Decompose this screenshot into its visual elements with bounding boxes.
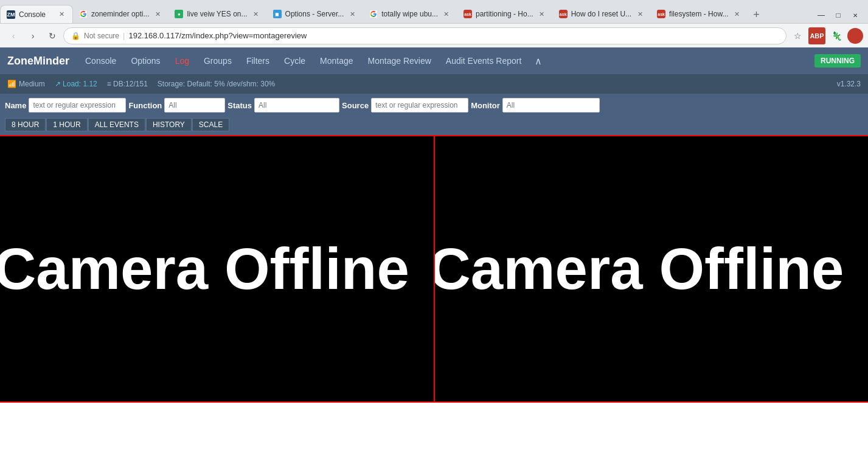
tab-label-options-server: Options - Server... <box>285 10 344 18</box>
nav-options[interactable]: Options <box>125 52 166 69</box>
tab-favicon-options-server: ◼ <box>273 10 282 18</box>
camera-panel-1: Camera Offline <box>0 136 435 401</box>
minimize-button[interactable]: — <box>813 10 829 21</box>
reload-button[interactable]: ↻ <box>44 27 61 44</box>
tab-label-how-reset: How do I reset U... <box>571 10 631 18</box>
filter-monitor-label: Monitor <box>471 101 500 110</box>
tab-label-totally-wipe: totally wipe ubu... <box>381 10 438 18</box>
tab-zm[interactable]: ZM Console ✕ <box>0 5 73 23</box>
time-btn-scale[interactable]: SCALE <box>192 118 229 131</box>
tab-bar: ZM Console ✕ zoneminder opti... ✕ ● live… <box>0 0 868 23</box>
tab-favicon-partitioning: ask <box>464 10 472 18</box>
zm-filter-bar: Name Function Status Source Monitor <box>0 94 868 117</box>
extensions-button[interactable]: 🦎 <box>828 27 845 44</box>
nav-audit-events[interactable]: Audit Events Report <box>440 52 528 69</box>
filter-status-input[interactable] <box>254 98 339 113</box>
tab-totally-wipe[interactable]: totally wipe ubu... ✕ <box>363 5 457 23</box>
nav-console[interactable]: Console <box>79 52 122 69</box>
storage-indicator: Storage: Default: 5% /dev/shm: 30% <box>158 80 275 88</box>
address-bar-row: ‹ › ↻ 🔒 Not secure | 192.168.0.117/zm/in… <box>0 23 868 47</box>
filter-name-input[interactable] <box>29 98 126 113</box>
zm-status-bar: 📶 Medium ↗ Load: 1.12 ≡ DB:12/151 Storag… <box>0 74 868 94</box>
nav-filters[interactable]: Filters <box>240 52 276 69</box>
tab-favicon-totally-wipe <box>369 10 378 18</box>
tab-favicon-filesystem: ask <box>657 10 665 18</box>
db-indicator: ≡ DB:12/151 <box>107 80 148 88</box>
tab-label-partitioning: partitioning - Ho... <box>476 10 533 18</box>
tab-label-g-options: zoneminder opti... <box>91 10 149 18</box>
nav-montage[interactable]: Montage <box>314 52 359 69</box>
new-tab-button[interactable]: + <box>748 6 765 23</box>
nav-log[interactable]: Log <box>169 52 195 69</box>
tab-favicon-zm: ZM <box>7 10 15 19</box>
tab-close-filesystem[interactable]: ✕ <box>732 9 741 19</box>
nav-more-button[interactable]: ∧ <box>530 53 547 69</box>
camera-panel-2: Camera Offline <box>435 136 869 401</box>
bandwidth-label: Medium <box>19 80 45 88</box>
zm-nav: ZoneMinder Console Options Log Groups Fi… <box>0 47 868 74</box>
zm-version: v1.32.3 <box>837 80 861 88</box>
tab-close-zm[interactable]: ✕ <box>57 10 66 19</box>
time-btn-all-events[interactable]: ALL EVENTS <box>88 118 145 131</box>
tab-filesystem[interactable]: ask filesystem - How... ✕ <box>651 5 748 23</box>
window-controls: — □ ✕ <box>813 10 868 23</box>
load-indicator: ↗ Load: 1.12 <box>55 80 97 88</box>
adblock-button[interactable]: ABP <box>808 27 825 44</box>
nav-montage-review[interactable]: Montage Review <box>362 52 437 69</box>
tab-label-filesystem: filesystem - How... <box>669 10 728 18</box>
tab-partitioning[interactable]: ask partitioning - Ho... ✕ <box>457 5 553 23</box>
time-btn-8hour[interactable]: 8 HOUR <box>5 118 46 131</box>
nav-cycle[interactable]: Cycle <box>278 52 311 69</box>
address-bar[interactable]: 🔒 Not secure | 192.168.0.117/zm/index.ph… <box>63 27 786 44</box>
forward-button[interactable]: › <box>24 27 41 44</box>
tab-label-live: live veiw YES on... <box>187 10 247 18</box>
filter-monitor-input[interactable] <box>502 98 600 113</box>
tab-close-partitioning[interactable]: ✕ <box>537 9 547 19</box>
tab-close-totally-wipe[interactable]: ✕ <box>442 9 451 19</box>
filter-status-label: Status <box>227 101 252 110</box>
load-label: Load: 1.12 <box>63 80 97 88</box>
tab-close-how-reset[interactable]: ✕ <box>635 9 645 19</box>
address-separator: | <box>123 31 125 40</box>
filter-source-input[interactable] <box>371 98 468 113</box>
filter-function-input[interactable] <box>164 98 225 113</box>
filter-name-label: Name <box>5 101 26 110</box>
browser-chrome: ZM Console ✕ zoneminder opti... ✕ ● live… <box>0 0 868 47</box>
back-button[interactable]: ‹ <box>5 27 22 44</box>
db-label: DB:12/151 <box>113 80 148 88</box>
zoneminder-app: ZoneMinder Console Options Log Groups Fi… <box>0 47 868 403</box>
tab-close-g-options[interactable]: ✕ <box>153 9 162 19</box>
filter-function-label: Function <box>128 101 162 110</box>
tab-favicon-how-reset: ask <box>559 10 568 18</box>
tab-close-live[interactable]: ✕ <box>251 9 261 19</box>
profile-avatar[interactable] <box>847 28 863 44</box>
address-bar-actions: ☆ ABP 🦎 <box>789 27 863 44</box>
bandwidth-indicator[interactable]: 📶 Medium <box>7 80 45 88</box>
camera-area: Camera Offline Camera Offline <box>0 135 868 403</box>
time-btn-history[interactable]: HISTORY <box>146 118 192 131</box>
camera-2-status: Camera Offline <box>435 235 844 302</box>
tab-favicon-live: ● <box>175 10 183 18</box>
db-icon: ≡ <box>107 80 111 88</box>
camera-1-status: Camera Offline <box>0 235 409 302</box>
tab-g-options[interactable]: zoneminder opti... ✕ <box>73 5 168 23</box>
nav-groups[interactable]: Groups <box>198 52 238 69</box>
zm-logo[interactable]: ZoneMinder <box>7 55 69 68</box>
tab-options-server[interactable]: ◼ Options - Server... ✕ <box>267 5 364 23</box>
close-window-button[interactable]: ✕ <box>847 10 863 21</box>
tab-close-options-server[interactable]: ✕ <box>347 9 357 19</box>
load-icon: ↗ <box>55 80 61 88</box>
tab-live[interactable]: ● live veiw YES on... ✕ <box>168 5 266 23</box>
bookmark-button[interactable]: ☆ <box>789 27 806 44</box>
tab-favicon-g <box>79 10 88 18</box>
running-badge: RUNNING <box>814 54 861 68</box>
zm-time-bar: 8 HOUR 1 HOUR ALL EVENTS HISTORY SCALE <box>0 117 868 135</box>
filter-source-label: Source <box>342 101 369 110</box>
lock-icon: 🔒 <box>71 32 80 40</box>
time-btn-1hour[interactable]: 1 HOUR <box>46 118 87 131</box>
storage-label: Storage: Default: 5% /dev/shm: 30% <box>158 80 275 88</box>
not-secure-label: Not secure <box>84 32 119 40</box>
bandwidth-icon: 📶 <box>7 80 16 88</box>
maximize-button[interactable]: □ <box>830 10 846 21</box>
tab-how-reset[interactable]: ask How do I reset U... ✕ <box>553 5 651 23</box>
